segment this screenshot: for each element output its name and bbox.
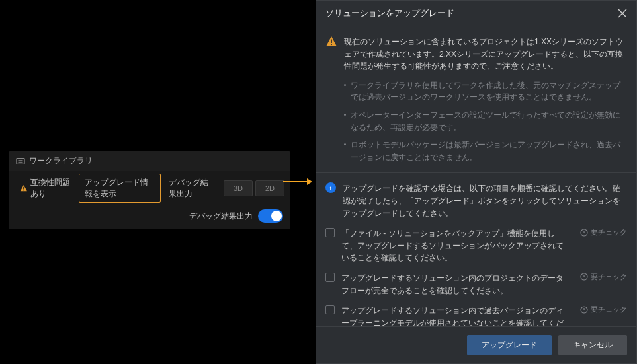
debug-output-label: デバッグ結果出力 bbox=[189, 211, 253, 222]
upgrade-button[interactable]: アップグレード bbox=[467, 335, 552, 355]
warning-text: 現在のソリューションに含まれているプロジェクトは1.XXシリーズのソフトウェアで… bbox=[344, 36, 627, 73]
cancel-button[interactable]: キャンセル bbox=[558, 335, 627, 355]
svg-rect-0 bbox=[17, 158, 24, 164]
check-item-backup: 「ファイル - ソリューションをバックアップ」機能を使用して、アップグレードする… bbox=[325, 227, 627, 264]
left-panel: ワークライブラリ 互換性問題あり アップグレード情報を表示 デバッグ結果出力 3… bbox=[9, 151, 290, 229]
clock-icon bbox=[580, 273, 588, 281]
info-text: アップグレードを確認する場合は、以下の項目を順番に確認してください。確認が完了し… bbox=[343, 182, 627, 219]
info-block: i アップグレードを確認する場合は、以下の項目を順番に確認してください。確認が完… bbox=[325, 182, 627, 219]
svg-line-18 bbox=[584, 310, 585, 310]
dialog-body: 現在のソリューションに含まれているプロジェクトは1.XXシリーズのソフトウェアで… bbox=[316, 26, 636, 326]
dialog-title: ソリューションをアップグレード bbox=[325, 7, 454, 19]
view-3d-button[interactable]: 3D bbox=[224, 180, 253, 196]
dialog-titlebar: ソリューションをアップグレード bbox=[316, 1, 636, 26]
panel-title: ワークライブラリ bbox=[29, 155, 93, 166]
dialog-footer: アップグレード キャンセル bbox=[316, 326, 636, 363]
upgrade-dialog: ソリューションをアップグレード 現在のソリューションに含まれているプロジェクトは… bbox=[316, 0, 637, 364]
debug-output-row: デバッグ結果出力 bbox=[9, 205, 290, 229]
debug-output-toggle[interactable] bbox=[258, 209, 283, 223]
warning-icon bbox=[325, 36, 337, 48]
view-2d-button[interactable]: 2D bbox=[255, 180, 284, 196]
bullet-item: ワークライブラリを使用してワークを作成した後、元のマッチングステップでは過去バー… bbox=[344, 79, 627, 104]
tabs-row: 互換性問題あり アップグレード情報を表示 デバッグ結果出力 3D 2D bbox=[9, 171, 290, 205]
checkbox[interactable] bbox=[325, 305, 335, 314]
check-status: 要チェック bbox=[580, 227, 627, 237]
svg-line-12 bbox=[584, 233, 585, 233]
clock-icon bbox=[580, 306, 588, 314]
svg-line-15 bbox=[584, 277, 585, 277]
check-item-deeplearning: アップグレードするソリューション内で過去バージョンのディープラーニングモデルが使… bbox=[325, 305, 627, 326]
check-status: 要チェック bbox=[580, 272, 627, 282]
bullet-item: ロボットモデルパッケージは最新バージョンにアップグレードされ、過去バージョンに戻… bbox=[344, 139, 627, 163]
tab-compat[interactable]: 互換性問題あり bbox=[15, 174, 76, 202]
clock-icon bbox=[580, 229, 588, 237]
check-item-dataflow: アップグレードするソリューション内のプロジェクトのデータフローが完全であることを… bbox=[325, 272, 627, 297]
divider bbox=[316, 172, 636, 173]
warning-icon bbox=[20, 183, 28, 194]
svg-rect-8 bbox=[331, 40, 332, 44]
check-status: 要チェック bbox=[580, 305, 627, 314]
tab-debug[interactable]: デバッグ結果出力 bbox=[163, 174, 221, 202]
info-icon: i bbox=[325, 182, 336, 193]
svg-rect-2 bbox=[19, 161, 23, 162]
close-icon[interactable] bbox=[618, 9, 627, 18]
panel-header: ワークライブラリ bbox=[9, 151, 290, 171]
svg-rect-9 bbox=[331, 44, 332, 45]
library-icon bbox=[16, 157, 25, 166]
checkbox[interactable] bbox=[325, 228, 335, 237]
tab-upgrade-info[interactable]: アップグレード情報を表示 bbox=[79, 174, 161, 203]
svg-rect-3 bbox=[23, 187, 24, 190]
check-text: 「ファイル - ソリューションをバックアップ」機能を使用して、アップグレードする… bbox=[341, 227, 573, 264]
svg-rect-4 bbox=[23, 190, 24, 190]
warning-bullets: ワークライブラリを使用してワークを作成した後、元のマッチングステップでは過去バー… bbox=[344, 79, 627, 164]
check-text: アップグレードするソリューション内のプロジェクトのデータフローが完全であることを… bbox=[341, 272, 573, 297]
bullet-item: オペレーターインターフェースの設定ツールで行ったすべての設定が無効になるため、再… bbox=[344, 109, 627, 133]
check-text: アップグレードするソリューション内で過去バージョンのディープラーニングモデルが使… bbox=[341, 305, 573, 326]
checkbox[interactable] bbox=[325, 273, 335, 282]
arrow-indicator bbox=[283, 177, 312, 186]
svg-rect-1 bbox=[19, 160, 23, 161]
warning-block: 現在のソリューションに含まれているプロジェクトは1.XXシリーズのソフトウェアで… bbox=[325, 36, 627, 73]
